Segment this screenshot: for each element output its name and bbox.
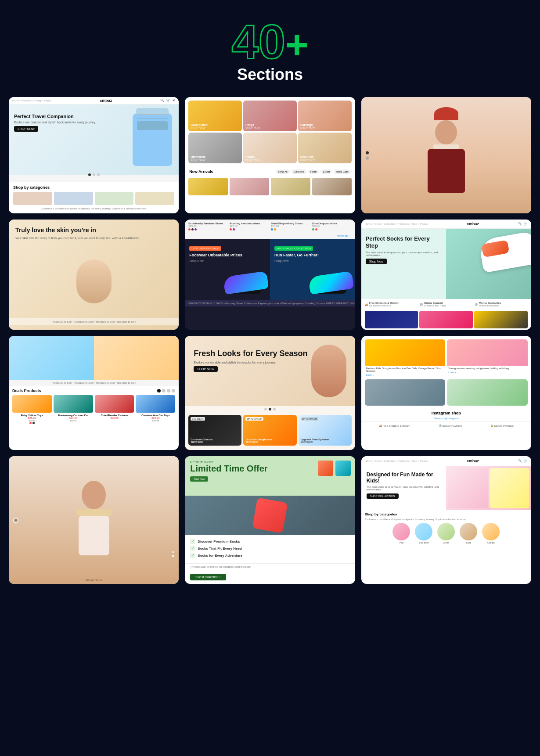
fashion-text: Fresh Looks for Every Season Explore our… [194, 349, 307, 372]
socks2-trial-btn[interactable]: Trial Now [190, 476, 208, 482]
shoe-panel-left: UP TO 50% OFF SALE Footwear Unbeatable P… [185, 239, 270, 300]
deal-4[interactable]: Construction Car Toys $25.20 $24.25 [136, 395, 175, 424]
card-kids: Home > Shop > Collection > Products > Bl… [361, 456, 531, 584]
pearl-shop: SHOP NOW [245, 158, 295, 161]
cat-item-2[interactable] [54, 192, 93, 205]
check-text-3: Socks for Every Adventure [198, 554, 242, 558]
backpack-shop-btn[interactable]: SHOP NOW [14, 126, 38, 132]
check-icon-2: ✓ [190, 546, 195, 551]
socks-desc: The best socks to keep you on your toes … [366, 251, 442, 256]
necklace-shop: SHOP NOW [300, 158, 349, 161]
kids-cat-pink[interactable]: Pink [392, 523, 411, 544]
winter-bg [361, 97, 531, 213]
color-dot-black [191, 228, 194, 230]
kids-logo: cmbaz [467, 459, 479, 463]
kids-cat-orange[interactable]: Orange [481, 523, 501, 544]
socks-feature-guarantee: 🛡️ Money Guarantee 30 days money back [475, 302, 528, 307]
kids-cat-sand[interactable]: Sand [459, 523, 479, 544]
pill-size[interactable]: 13 cm [320, 169, 332, 174]
deal-2[interactable]: Boomerang Cartoon Car $23.20 $22.32 [54, 395, 93, 424]
shoe-label-left: UP TO 50% OFF SALE Footwear Unbeatable P… [189, 243, 242, 263]
search-icon-socks[interactable]: 🔍 [518, 222, 522, 226]
jewelry-ring[interactable]: Rings SHOP NOW [243, 101, 297, 131]
socks-img-3[interactable] [474, 311, 528, 328]
check-icon-1: ✓ [190, 539, 195, 544]
insta-link-2[interactable]: Look + [447, 371, 528, 375]
socks-img-2[interactable] [419, 311, 473, 328]
deal-3[interactable]: Cute Blender Cartoon $23.20 [95, 395, 134, 424]
cart-icon[interactable]: 🛒 [166, 99, 170, 102]
pill-all[interactable]: Shop All [276, 169, 290, 174]
ticker-bar: PRODUCT WITHIN 10 DAYS • Running Shoes C… [185, 300, 355, 306]
lady-figure [72, 481, 116, 560]
insta-item-4[interactable] [447, 379, 528, 406]
kids-cat-green[interactable]: Green [436, 523, 456, 544]
insta-item-2[interactable]: Young woman wearing red glasses holding … [447, 339, 528, 378]
socks2-footer-desc: The best way to find our all categories … [185, 563, 355, 570]
fashion-product-2[interactable]: UP TO 70% Off Discover Sunglasses SHOP N… [243, 415, 296, 446]
insta-item-3[interactable] [365, 379, 446, 406]
fashion-btn[interactable]: SHOP NOW [194, 366, 218, 372]
backpack-image: Perfect Travel Companion Explore our dur… [9, 104, 179, 175]
close-icon[interactable]: ✕ [173, 99, 175, 102]
jewelry-earring[interactable]: Earrings SHOP NOW [298, 101, 352, 131]
product-thumb-4[interactable] [312, 178, 352, 195]
model-hat-beanie [434, 107, 458, 120]
insta-shop-link[interactable]: Share to @instagram [361, 417, 531, 421]
cart-icon-socks[interactable]: 🛒 [524, 222, 528, 226]
kids-nav: Home > Shop > Collection > Products > Bl… [361, 456, 531, 466]
jewelry-gold[interactable]: Gold plated SHOP NOW [188, 101, 242, 131]
kids-shop-btn[interactable]: SHOP COLLECTION [367, 493, 399, 499]
kids-cat-bear[interactable]: Blue Bear [414, 523, 434, 544]
cart-icon-kids[interactable]: 🛒 [524, 459, 528, 463]
product-thumb-1[interactable] [188, 178, 228, 195]
cat-item-3[interactable] [95, 192, 134, 205]
jewelry-necklace[interactable]: Neckless SHOP NOW [298, 133, 352, 163]
card-lady: kin you're in [9, 456, 179, 584]
shoe-listing-1[interactable]: Ecofriendly Sundaes Shoes $25.00 [188, 222, 228, 230]
socks2-checklist: ✓ Discover Premium Socks ✓ Socks That Fi… [185, 535, 355, 563]
shoe-listing-4[interactable]: ShoeDropper shoes $50.00 [312, 222, 352, 230]
fashion-product-1[interactable]: EYE WEAR Discover Glasses SHOP NOW [188, 415, 241, 446]
socks-content: Perfect Socks for Every Step The best so… [361, 229, 531, 299]
insta-item-1[interactable]: Fashion Kids Sungalsses Fashion Box Girl… [365, 339, 446, 378]
shipping-icon: 🚚 [365, 303, 368, 306]
pill-pearl[interactable]: Pearl [308, 169, 319, 174]
shoe-listing-2[interactable]: Running sandaes shoes $25.00 [230, 222, 269, 230]
lady-body [79, 516, 109, 555]
fashion-product-3[interactable]: UP TO 70% Off Upgrade Your Eyewear SHOP … [299, 415, 352, 446]
new-arrivals-bar: New Arrivals Shop All Coloured Pearl 13 … [185, 167, 355, 176]
shop-now-left[interactable]: Shop Now [189, 259, 242, 263]
socks2-footer-btn[interactable]: Finest Collection ↑ [190, 574, 226, 580]
insta-shop-title: Instagram shop [361, 409, 531, 417]
view-all[interactable]: View all → [185, 233, 355, 239]
lady-dot-indicator [13, 518, 18, 523]
socks-btn[interactable]: Shop Now [366, 259, 387, 264]
cat-item-1[interactable] [13, 192, 52, 205]
pill-rose[interactable]: Rose Gold [334, 169, 350, 174]
shoe-listing-3[interactable]: SmithShop Infinity Shoes $50.00 [271, 222, 310, 230]
search-icon[interactable]: 🔍 [160, 99, 164, 102]
deal-img-2 [54, 395, 93, 413]
deal-img-4 [136, 395, 175, 413]
card-socks: Home > Shop > Collection > Products > Bl… [361, 220, 531, 330]
socks-img-1[interactable] [365, 311, 418, 328]
skincare-bg: Truly love the skin you're in Your skin … [9, 220, 179, 330]
backpack-logo: cmbaz [100, 98, 112, 103]
jewelry-diamond[interactable]: Diamonds SHOP NOW [188, 133, 242, 163]
kids-text: Designed for Fun Made for Kids! The best… [361, 466, 446, 510]
shop-now-right[interactable]: Shop Now [274, 259, 319, 263]
bottom-spacer [0, 590, 540, 599]
row-3: • Moisture to Skin • Moisture to Skin • … [0, 336, 540, 456]
insta-link-1[interactable]: Look + [365, 374, 446, 378]
insta-grid: Fashion Kids Sungalsses Fashion Box Girl… [361, 336, 531, 409]
product-thumb-3[interactable] [271, 178, 310, 195]
deal-1[interactable]: Baby Yellow Toys $25.23 $22.32 [12, 395, 52, 424]
search-icon-kids[interactable]: 🔍 [518, 459, 522, 463]
jewelry-pearl[interactable]: Pearls SHOP NOW [243, 133, 297, 163]
card-skincare: Truly love the skin you're in Your skin … [9, 220, 179, 330]
cat-item-4[interactable] [135, 192, 174, 205]
pill-coloured[interactable]: Coloured [292, 169, 306, 174]
product-thumb-2[interactable] [230, 178, 269, 195]
shoe-title-left: Footwear Unbeatable Prices [189, 253, 242, 258]
